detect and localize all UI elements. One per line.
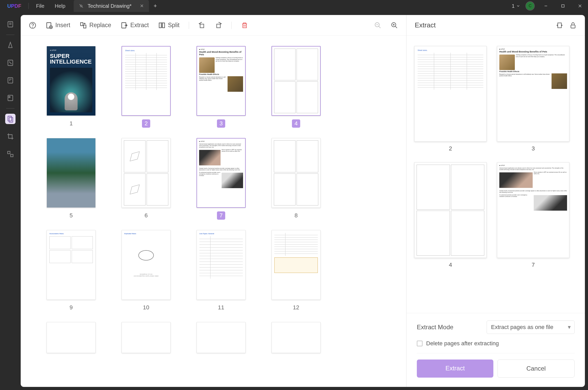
page-thumbnail[interactable] bbox=[197, 322, 246, 353]
page-number: 5 bbox=[67, 211, 75, 220]
separator bbox=[6, 108, 14, 109]
page-thumbnail[interactable]: ■ UPDFHealth and Mood-Boosting Benefits … bbox=[197, 46, 246, 128]
rotate-left-icon[interactable] bbox=[198, 22, 206, 29]
extract-mode-select[interactable]: Extract pages as one file bbox=[487, 320, 575, 334]
sidebar-crop-icon[interactable] bbox=[5, 131, 16, 142]
page-thumbnail[interactable]: Axonometric Views9 bbox=[47, 230, 96, 312]
page-number: 4 bbox=[292, 119, 300, 128]
lock-icon[interactable] bbox=[569, 22, 577, 29]
svg-rect-29 bbox=[162, 23, 164, 28]
page-number: 6 bbox=[142, 211, 150, 220]
page-number: 7 bbox=[217, 211, 225, 220]
extract-thumbs: Sheet sizes.2■ UPDFHealth and Mood-Boost… bbox=[406, 36, 585, 313]
organizer-toolbar: Insert Replace Extract Split bbox=[21, 15, 406, 36]
rotate-right-icon[interactable] bbox=[215, 22, 222, 29]
thumbnail-grid: ■ UPDFSUPER INTELLIGENCE1Sheet sizes.2■ … bbox=[21, 36, 406, 387]
svg-point-20 bbox=[32, 27, 33, 27]
sidebar-form-icon[interactable] bbox=[5, 93, 16, 103]
document-tab[interactable]: Technical Drawing* ✕ bbox=[74, 0, 149, 12]
insert-button[interactable]: Insert bbox=[46, 22, 70, 29]
svg-rect-25 bbox=[80, 22, 83, 26]
page-number: 3 bbox=[217, 119, 225, 128]
sidebar-comment-icon[interactable] bbox=[5, 40, 16, 50]
zoom-in-icon[interactable] bbox=[391, 22, 398, 29]
separator bbox=[6, 35, 14, 35]
page-thumbnail[interactable]: 6 bbox=[122, 138, 171, 220]
page-number: 3 bbox=[532, 145, 535, 152]
fit-width-icon[interactable] bbox=[556, 22, 563, 29]
help-icon[interactable] bbox=[29, 22, 36, 29]
content-wrap: Insert Replace Extract Split bbox=[21, 15, 585, 387]
page-number: 12 bbox=[292, 303, 300, 312]
page-thumbnail[interactable]: Line Types: General11 bbox=[197, 230, 246, 312]
page-thumbnail[interactable] bbox=[272, 322, 321, 353]
extract-cancel-button[interactable]: Cancel bbox=[497, 360, 575, 378]
extract-mode-label: Extract Mode bbox=[417, 324, 453, 331]
svg-rect-16 bbox=[9, 117, 13, 122]
zoom-out-icon[interactable] bbox=[374, 22, 381, 29]
page-thumbnail[interactable]: 12 bbox=[272, 230, 321, 312]
split-icon bbox=[158, 22, 165, 29]
svg-rect-28 bbox=[159, 23, 161, 28]
sidebar-organize-icon[interactable] bbox=[5, 114, 16, 124]
split-button[interactable]: Split bbox=[158, 22, 180, 29]
tab-counter[interactable]: 1 bbox=[512, 3, 520, 9]
app-logo: UPDF bbox=[2, 3, 26, 9]
svg-line-1 bbox=[79, 4, 83, 8]
separator bbox=[231, 22, 232, 29]
extract-button[interactable]: Extract bbox=[120, 22, 149, 29]
minimize-button[interactable] bbox=[540, 0, 552, 12]
svg-rect-17 bbox=[8, 151, 10, 154]
page-number: 10 bbox=[142, 303, 150, 312]
page-thumbnail[interactable]: 4 bbox=[272, 46, 321, 128]
svg-line-37 bbox=[395, 26, 397, 28]
page-thumbnail[interactable]: ■ UPDFInternet-based applications are al… bbox=[197, 138, 246, 220]
page-thumbnail[interactable]: Sheet sizes.2 bbox=[122, 46, 171, 128]
svg-rect-31 bbox=[200, 24, 204, 28]
page-number: 9 bbox=[67, 303, 75, 312]
extract-thumbnail[interactable]: Sheet sizes.2 bbox=[414, 46, 487, 152]
chevron-down-icon bbox=[516, 4, 520, 8]
svg-rect-41 bbox=[571, 25, 575, 28]
page-thumbnail[interactable]: 8 bbox=[272, 138, 321, 220]
svg-rect-32 bbox=[217, 24, 220, 28]
sidebar-reader-icon[interactable] bbox=[5, 19, 16, 29]
svg-rect-3 bbox=[562, 5, 564, 7]
delete-after-label: Delete pages after extracting bbox=[426, 340, 499, 347]
divider bbox=[417, 353, 575, 353]
extract-panel-header: Extract bbox=[406, 15, 585, 36]
new-tab-button[interactable]: + bbox=[149, 3, 162, 9]
insert-icon bbox=[46, 22, 53, 29]
sidebar-edit-icon[interactable] bbox=[5, 58, 16, 68]
svg-rect-14 bbox=[9, 96, 10, 98]
extract-confirm-button[interactable]: Extract bbox=[417, 360, 493, 378]
page-thumbnail[interactable]: Exploded ViewsEXAMPLE OF ANAXONOMETRIC E… bbox=[122, 230, 171, 312]
svg-line-34 bbox=[379, 26, 381, 28]
page-thumbnail[interactable] bbox=[47, 322, 96, 353]
page-organizer: Insert Replace Extract Split bbox=[21, 15, 406, 387]
delete-icon[interactable] bbox=[241, 22, 248, 29]
left-sidebar bbox=[0, 15, 21, 387]
separator bbox=[189, 22, 189, 29]
extract-thumbnail[interactable]: 4 bbox=[414, 162, 487, 268]
menu-file[interactable]: File bbox=[31, 3, 49, 9]
page-number: 2 bbox=[449, 145, 452, 152]
maximize-button[interactable] bbox=[557, 0, 569, 12]
page-number: 7 bbox=[532, 262, 535, 268]
page-thumbnail[interactable]: ■ UPDFSUPER INTELLIGENCE1 bbox=[47, 46, 96, 128]
main-area: Insert Replace Extract Split bbox=[0, 12, 588, 390]
close-button[interactable] bbox=[574, 0, 586, 12]
page-thumbnail[interactable] bbox=[122, 322, 171, 353]
extract-thumbnail[interactable]: ■ UPDFHealth and Mood-Boosting Benefits … bbox=[497, 46, 569, 152]
sidebar-text-icon[interactable] bbox=[5, 75, 16, 86]
tab-close-button[interactable]: ✕ bbox=[136, 3, 144, 9]
delete-after-checkbox[interactable] bbox=[417, 341, 423, 346]
page-number: 2 bbox=[142, 119, 150, 128]
page-thumbnail[interactable]: 5 bbox=[47, 138, 96, 220]
replace-button[interactable]: Replace bbox=[80, 22, 111, 29]
extract-icon bbox=[120, 22, 128, 29]
extract-thumbnail[interactable]: ■ UPDFInternet-based applications are al… bbox=[497, 162, 569, 268]
menu-help[interactable]: Help bbox=[50, 3, 71, 9]
user-avatar[interactable]: C bbox=[525, 1, 535, 11]
sidebar-compress-icon[interactable] bbox=[5, 149, 16, 159]
